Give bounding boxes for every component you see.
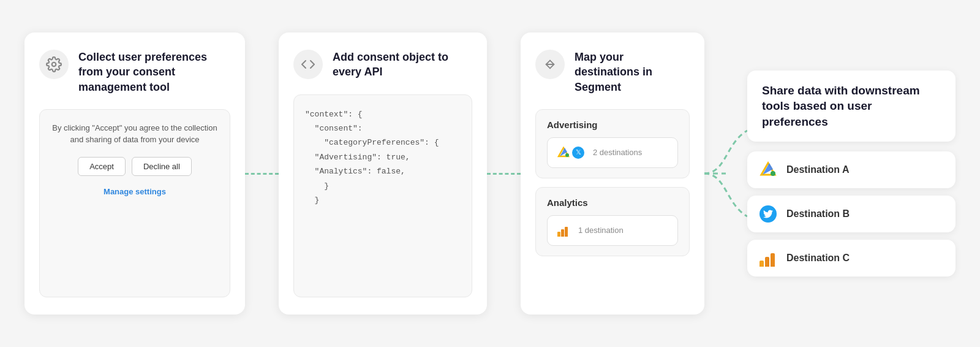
destination-c-icon <box>760 250 777 267</box>
card2-title: Add consent object to every API <box>333 50 472 80</box>
code-line-7: } <box>305 193 461 207</box>
bar3 <box>565 227 568 237</box>
destination-a-card: Destination A <box>747 151 956 188</box>
dest-c-bar2 <box>765 257 769 267</box>
dest-c-bar3 <box>771 253 775 267</box>
code-line-5: "Analytics": false, <box>305 164 461 178</box>
accept-button[interactable]: Accept <box>78 157 126 176</box>
destination-c-card: Destination C <box>747 240 956 276</box>
mini-google-ads-icon <box>557 147 570 159</box>
share-header-text: Share data with downstream tools based o… <box>762 84 920 128</box>
bar2 <box>561 229 564 237</box>
code-line-2: "consent": <box>305 121 461 135</box>
dashed-line-1 <box>245 173 279 175</box>
code-line-6: } <box>305 179 461 193</box>
connector-1 <box>245 173 279 175</box>
svg-point-4 <box>565 153 569 157</box>
connector-3 <box>704 112 747 235</box>
card2-header: Add consent object to every API <box>293 50 472 80</box>
svg-point-8 <box>771 171 775 176</box>
advertising-icons: 𝕏 <box>557 147 584 159</box>
advertising-inner: 𝕏 2 destinations <box>547 137 678 168</box>
destination-a-icon <box>760 161 777 178</box>
mini-analytics-icon <box>557 224 570 237</box>
card-map-destinations: Map your destinations in Segment Adverti… <box>521 32 704 315</box>
curve-svg <box>704 112 747 235</box>
code-line-4: "Advertising": true, <box>305 150 461 164</box>
code-line-3: "categoryPreferences": { <box>305 135 461 150</box>
destination-a-label: Destination A <box>786 164 850 175</box>
flow-container: Collect user preferences from your conse… <box>0 14 980 333</box>
share-header-card: Share data with downstream tools based o… <box>747 71 956 142</box>
advertising-label: Advertising <box>547 120 678 130</box>
analytics-inner: 1 destination <box>547 215 678 246</box>
card1-header: Collect user preferences from your conse… <box>39 50 230 94</box>
destination-c-label: Destination C <box>786 253 850 264</box>
card3-title: Map your destinations in Segment <box>575 50 690 94</box>
card-share-data: Share data with downstream tools based o… <box>747 71 956 277</box>
destination-b-label: Destination B <box>786 208 850 219</box>
advertising-count: 2 destinations <box>593 148 642 157</box>
consent-box: By clicking "Accept" you agree to the co… <box>39 109 230 297</box>
card3-header: Map your destinations in Segment <box>535 50 690 94</box>
bar1 <box>557 232 560 237</box>
analytics-count: 1 destination <box>578 226 624 235</box>
consent-text: By clicking "Accept" you agree to the co… <box>51 122 219 146</box>
card-collect-preferences: Collect user preferences from your conse… <box>24 32 245 315</box>
manage-settings-link[interactable]: Manage settings <box>104 187 166 196</box>
mini-twitter-icon: 𝕏 <box>572 147 584 159</box>
consent-buttons: Accept Decline all <box>78 157 192 176</box>
code-icon <box>293 50 323 79</box>
dashed-line-2 <box>487 173 521 175</box>
card1-title: Collect user preferences from your conse… <box>78 50 230 94</box>
code-line-1: "context": { <box>305 107 461 121</box>
analytics-label: Analytics <box>547 197 678 208</box>
decline-button[interactable]: Decline all <box>132 157 192 176</box>
code-box: "context": { "consent": "categoryPrefere… <box>293 94 472 297</box>
connector-2 <box>487 173 521 175</box>
dest-c-bar1 <box>760 261 764 267</box>
destination-b-card: Destination B <box>747 196 956 232</box>
svg-point-0 <box>52 63 56 67</box>
destination-b-icon <box>760 205 777 223</box>
arrows-icon <box>535 50 565 79</box>
analytics-category: Analytics 1 destination <box>535 187 690 256</box>
gear-icon <box>39 50 69 79</box>
advertising-category: Advertising 𝕏 2 destinations <box>535 109 690 178</box>
card-add-consent: Add consent object to every API "context… <box>279 32 487 315</box>
